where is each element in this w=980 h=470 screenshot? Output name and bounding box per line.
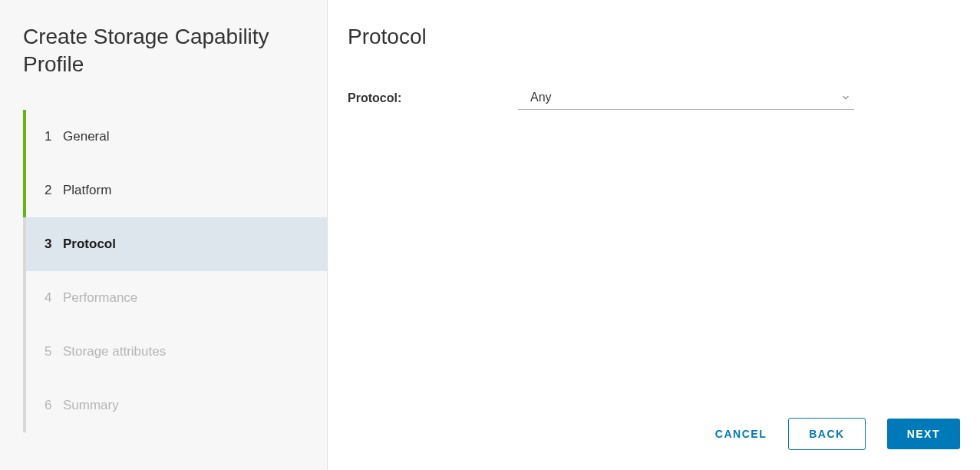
step-label: Protocol — [63, 237, 116, 252]
main-panel: Protocol Protocol: Any CANCEL BACK NEXT — [328, 0, 980, 470]
protocol-row: Protocol: Any — [348, 86, 960, 110]
step-platform[interactable]: 2 Platform — [23, 164, 327, 217]
wizard-sidebar: Create Storage Capability Profile 1 Gene… — [0, 0, 328, 470]
step-number: 2 — [45, 183, 54, 198]
step-performance[interactable]: 4 Performance — [23, 271, 327, 325]
step-label: General — [63, 129, 109, 144]
chevron-down-icon — [840, 92, 851, 103]
step-protocol[interactable]: 3 Protocol — [23, 217, 327, 271]
step-number: 5 — [45, 344, 54, 359]
wizard-title: Create Storage Capability Profile — [23, 23, 327, 79]
cancel-button[interactable]: CANCEL — [715, 428, 767, 440]
step-number: 3 — [45, 237, 54, 252]
page-heading: Protocol — [348, 25, 960, 49]
step-label: Storage attributes — [63, 344, 166, 359]
step-storage-attributes[interactable]: 5 Storage attributes — [23, 325, 327, 379]
protocol-select-value: Any — [530, 91, 552, 104]
step-label: Performance — [63, 290, 137, 306]
back-button[interactable]: BACK — [788, 418, 865, 450]
step-label: Platform — [63, 183, 111, 198]
protocol-select[interactable]: Any — [518, 86, 854, 110]
next-button[interactable]: NEXT — [887, 419, 960, 449]
wizard-steps: 1 General 2 Platform 3 Protocol 4 Perfor… — [23, 110, 327, 432]
step-number: 1 — [45, 129, 54, 144]
wizard-footer: CANCEL BACK NEXT — [715, 418, 960, 450]
step-number: 4 — [45, 290, 54, 306]
step-label: Summary — [63, 398, 119, 413]
step-general[interactable]: 1 General — [23, 110, 327, 164]
step-summary[interactable]: 6 Summary — [23, 379, 327, 432]
step-number: 6 — [45, 398, 54, 413]
protocol-label: Protocol: — [348, 91, 518, 105]
